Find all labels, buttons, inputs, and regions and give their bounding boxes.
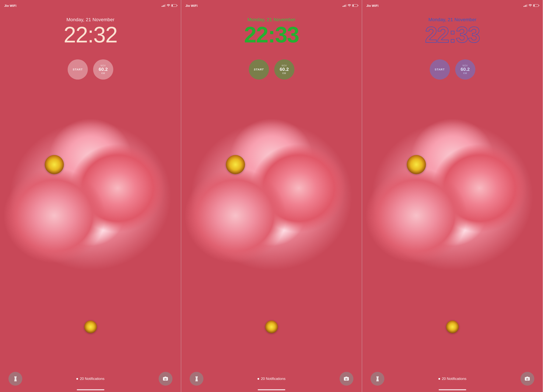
flower-center-6 (446, 320, 459, 333)
datetime-area-1: Monday, 21 November 22:32 (0, 17, 181, 46)
battery-icon-1 (171, 4, 177, 7)
signal-icon-1 (162, 4, 165, 7)
flower-center-4 (265, 320, 278, 333)
battery-icon-3 (533, 4, 538, 7)
notifications-btn-2[interactable]: 20 Notifications (258, 377, 285, 381)
start-widget-2[interactable]: START (249, 59, 269, 80)
phone-screen-1: Jio WiFi Monday, 21 November 22:32 (0, 0, 181, 392)
status-icons-2 (343, 4, 358, 7)
start-widget-3[interactable]: START (430, 59, 450, 80)
wifi-icon-1 (167, 4, 170, 7)
notif-dot-1 (76, 378, 78, 380)
flashlight-btn-3[interactable] (371, 372, 384, 386)
stat-top-2: NOV (282, 64, 287, 67)
camera-icon-3 (524, 376, 530, 382)
start-label-1: START (73, 68, 83, 71)
time-3: 22:33 (362, 23, 543, 46)
carrier-1: Jio WiFi (4, 4, 16, 7)
widgets-area-2: START NOV 60.2 KM (181, 59, 362, 80)
notif-dot-2 (258, 378, 259, 380)
status-bar-3: Jio WiFi (362, 0, 543, 9)
stat-top-3: NOV (463, 64, 468, 67)
time-2: 22:33 (181, 23, 362, 46)
status-bar-2: Jio WiFi (181, 0, 362, 9)
time-1: 22:32 (0, 23, 181, 46)
phone-screen-3: Jio WiFi Monday, 21 November 22:33 (362, 0, 543, 392)
camera-btn-1[interactable] (159, 372, 172, 386)
stat-widget-2[interactable]: NOV 60.2 KM (274, 59, 294, 80)
stat-unit-1: KM (101, 72, 105, 74)
stat-widget-3[interactable]: NOV 60.2 KM (455, 59, 475, 80)
stat-unit-3: KM (463, 72, 467, 74)
start-widget-1[interactable]: START (68, 59, 88, 80)
status-bar-1: Jio WiFi (0, 0, 181, 9)
datetime-area-2: Monday, 21 November 22:33 (181, 17, 362, 46)
date-2: Monday, 21 November (181, 17, 362, 23)
camera-icon-2 (343, 376, 349, 382)
home-indicator-1 (77, 389, 104, 390)
bottom-bar-3: 20 Notifications (362, 372, 543, 386)
status-icons-3 (523, 4, 538, 7)
notif-text-2: 20 Notifications (261, 377, 285, 381)
home-indicator-2 (258, 389, 285, 390)
carrier-3: Jio WiFi (366, 4, 379, 7)
camera-icon-1 (163, 376, 168, 382)
notif-text-1: 20 Notifications (80, 377, 104, 381)
date-1: Monday, 21 November (0, 17, 181, 23)
camera-btn-3[interactable] (520, 372, 534, 386)
stat-widget-1[interactable]: NOV 60.2 KM (93, 59, 113, 80)
signal-icon-2 (343, 4, 346, 7)
home-indicator-3 (439, 389, 466, 390)
flower-center-2 (84, 320, 97, 333)
stat-value-1: 60.2 (99, 67, 108, 72)
date-3: Monday, 21 November (362, 17, 543, 23)
bottom-bar-2: 20 Notifications (181, 372, 362, 386)
widgets-area-1: START NOV 60.2 KM (0, 59, 181, 80)
start-label-2: START (254, 68, 264, 71)
battery-icon-2 (352, 4, 358, 7)
phone-screen-2: Jio WiFi Monday, 21 November 22:33 (181, 0, 362, 392)
start-label-3: START (435, 68, 445, 71)
camera-btn-2[interactable] (339, 372, 353, 386)
flashlight-icon-1 (12, 376, 18, 382)
flashlight-btn-1[interactable] (8, 372, 22, 386)
bottom-bar-1: 20 Notifications (0, 372, 181, 386)
stat-value-2: 60.2 (280, 67, 289, 72)
flower-center-3 (226, 155, 245, 174)
flashlight-btn-2[interactable] (190, 372, 204, 386)
notifications-btn-3[interactable]: 20 Notifications (438, 377, 466, 381)
stat-top-1: NOV (101, 64, 106, 67)
widgets-area-3: START NOV 60.2 KM (362, 59, 543, 80)
notif-text-3: 20 Notifications (442, 377, 466, 381)
flower-center-5 (407, 155, 426, 174)
stat-unit-2: KM (282, 72, 286, 74)
notif-dot-3 (438, 378, 440, 380)
signal-icon-3 (523, 4, 527, 7)
status-icons-1 (162, 4, 177, 7)
flower-center-1 (45, 155, 64, 174)
stat-value-3: 60.2 (461, 67, 470, 72)
flashlight-icon-2 (194, 376, 200, 382)
wifi-icon-2 (348, 4, 351, 7)
wifi-icon-3 (529, 4, 532, 7)
carrier-2: Jio WiFi (185, 4, 198, 7)
datetime-area-3: Monday, 21 November 22:33 (362, 17, 543, 46)
flashlight-icon-3 (375, 376, 380, 382)
notifications-btn-1[interactable]: 20 Notifications (76, 377, 104, 381)
